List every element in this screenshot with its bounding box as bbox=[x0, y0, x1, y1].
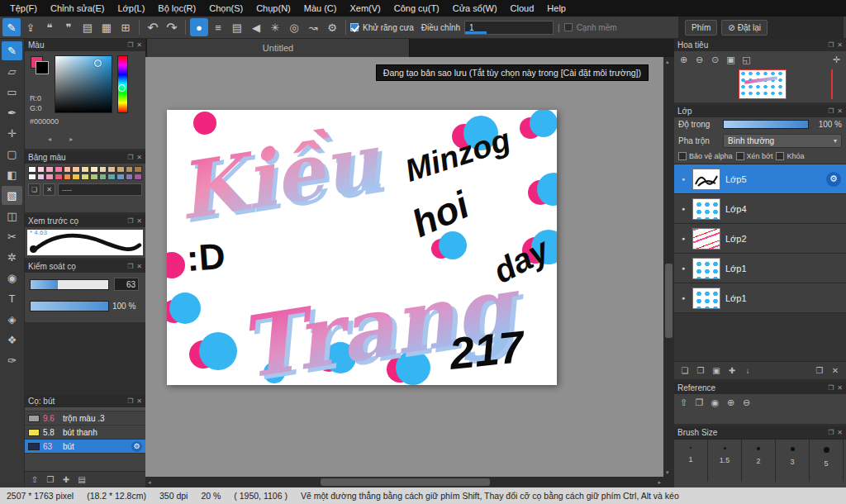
brush-curve-button[interactable]: ↝ bbox=[304, 18, 322, 36]
layer-settings-gear-icon[interactable]: ⚙ bbox=[826, 172, 841, 187]
horizontal-scrollbar[interactable]: ◂ ▸ bbox=[145, 477, 663, 487]
palette-swatch[interactable] bbox=[134, 166, 142, 173]
palette-swatch[interactable] bbox=[64, 166, 72, 173]
zoom-reset-icon[interactable]: ⊙ bbox=[708, 53, 722, 66]
soft-edge-checkbox[interactable] bbox=[564, 23, 573, 31]
pan-icon[interactable]: ✛ bbox=[829, 53, 844, 66]
close-icon[interactable]: ✕ bbox=[136, 41, 142, 49]
close-icon[interactable]: ✕ bbox=[136, 397, 142, 405]
palette-swatch[interactable] bbox=[72, 174, 80, 180]
palette-swatch[interactable] bbox=[126, 166, 134, 173]
brush-menu-icon[interactable]: ▤ bbox=[75, 473, 88, 487]
select-pen-tool[interactable]: ◫ bbox=[2, 207, 22, 226]
key-button[interactable]: Phím bbox=[685, 20, 717, 36]
vertical-scroll-thumb[interactable] bbox=[665, 264, 673, 338]
zoom-in-icon[interactable]: ⊕ bbox=[677, 53, 691, 66]
layer-visibility-icon[interactable]: ● bbox=[679, 265, 687, 271]
layer-visibility-icon[interactable]: ● bbox=[679, 206, 687, 212]
opacity-slider[interactable] bbox=[723, 120, 809, 129]
popout-icon[interactable]: ❐ bbox=[828, 384, 834, 392]
marquee-select-tool[interactable]: ▢ bbox=[2, 145, 22, 164]
document-icon[interactable]: ▤ bbox=[78, 18, 97, 36]
close-icon[interactable]: ✕ bbox=[837, 384, 843, 392]
rotate-view-icon[interactable]: ◱ bbox=[739, 53, 753, 66]
layer-visibility-icon[interactable]: ● bbox=[679, 176, 687, 182]
hand-tool[interactable]: ❖ bbox=[2, 330, 22, 349]
layer-menu-icon[interactable]: ❒ bbox=[813, 364, 826, 378]
scroll-up-icon[interactable]: ▴ bbox=[666, 59, 669, 64]
palette-swatch[interactable] bbox=[90, 166, 98, 173]
palette-swatch[interactable] bbox=[45, 174, 54, 180]
menu-file[interactable]: Tệp(F) bbox=[3, 2, 44, 15]
brush-item[interactable]: 5.8 bút thanh bbox=[25, 426, 145, 440]
canvas-viewport[interactable]: Kiều Kiều Trang Trang :D Minzog hoi day … bbox=[145, 57, 663, 477]
brush-size-option[interactable]: 1 bbox=[674, 440, 708, 482]
sv-picker-marker[interactable] bbox=[94, 59, 102, 67]
menu-capture[interactable]: Chụp(N) bbox=[250, 2, 297, 15]
undo-button[interactable]: ↶ bbox=[144, 18, 162, 36]
palette-swatch[interactable] bbox=[116, 166, 125, 173]
palette-swatch[interactable] bbox=[28, 174, 36, 180]
shape-tool[interactable]: ▭ bbox=[2, 83, 22, 102]
antialias-checkbox[interactable] bbox=[350, 23, 359, 31]
brush-scatter-button[interactable]: ✳ bbox=[266, 18, 284, 36]
popout-icon[interactable]: ❐ bbox=[127, 41, 133, 49]
palette-swatch[interactable] bbox=[72, 166, 80, 173]
layer-row[interactable]: ● Lớp2 bbox=[674, 224, 846, 254]
popout-icon[interactable]: ❐ bbox=[828, 41, 834, 49]
delete-palette-color-button[interactable]: ✕ bbox=[43, 183, 55, 196]
popout-icon[interactable]: ❐ bbox=[127, 397, 133, 405]
move-tool[interactable]: ✛ bbox=[2, 124, 22, 143]
layer-row[interactable]: ● Lớp1 bbox=[674, 254, 846, 283]
brush-item[interactable]: 9.6 trộn màu .3 bbox=[25, 411, 145, 426]
palette-swatch[interactable] bbox=[64, 174, 72, 180]
palette-swatch[interactable] bbox=[81, 174, 89, 180]
close-icon[interactable]: ✕ bbox=[136, 217, 142, 225]
palette-swatch[interactable] bbox=[99, 166, 107, 173]
saturation-value-picker[interactable] bbox=[55, 55, 112, 113]
menu-color[interactable]: Màu (C) bbox=[297, 2, 344, 15]
shape-brush-tool[interactable]: ◈ bbox=[2, 310, 22, 329]
palette-swatch[interactable] bbox=[45, 166, 54, 173]
comment-icon[interactable]: ❝ bbox=[40, 18, 59, 36]
pen-tool[interactable]: ✎ bbox=[2, 41, 22, 60]
reference-eye-icon[interactable]: ◉ bbox=[708, 396, 722, 409]
brush-ring-button[interactable]: ◎ bbox=[285, 18, 303, 36]
clipping-check[interactable]: Xén bớt bbox=[736, 152, 773, 160]
palette-swatch[interactable] bbox=[28, 166, 36, 173]
close-icon[interactable]: ✕ bbox=[837, 107, 843, 115]
bucket-fill-tool[interactable]: ◧ bbox=[2, 165, 22, 184]
new-layer-icon[interactable]: ❏ bbox=[678, 364, 692, 378]
pen-tool-button[interactable]: ✎ bbox=[2, 18, 21, 36]
color-history-arrows[interactable]: ◂ ▸ bbox=[48, 136, 81, 143]
brush-size-option[interactable]: 1.5 bbox=[708, 440, 742, 482]
protect-alpha-check[interactable]: Bảo vệ alpha bbox=[678, 152, 733, 160]
close-icon[interactable]: ✕ bbox=[136, 154, 142, 161]
palette-swatch[interactable] bbox=[126, 174, 134, 180]
add-brush-icon[interactable]: ✚ bbox=[59, 473, 73, 487]
palette-swatch[interactable] bbox=[55, 174, 63, 180]
add-layer-icon[interactable]: ✚ bbox=[725, 364, 739, 378]
brush-size-option[interactable]: 2 bbox=[742, 440, 776, 482]
palette-swatch[interactable] bbox=[107, 174, 116, 180]
palette-swatch[interactable] bbox=[55, 166, 63, 173]
chat-icon[interactable]: ❞ bbox=[59, 18, 78, 36]
brush-item-selected[interactable]: 63 bút ⚙ bbox=[25, 440, 145, 454]
menu-edit[interactable]: Chỉnh sửa(E) bbox=[44, 2, 111, 15]
menu-tools[interactable]: Công cụ(T) bbox=[387, 2, 446, 15]
layer-row-selected[interactable]: ● Lớp5 ⚙ bbox=[674, 164, 846, 194]
layer-row[interactable]: ● Lớp1 bbox=[674, 283, 846, 313]
line-tool[interactable]: ✒ bbox=[2, 103, 22, 122]
close-icon[interactable]: ✕ bbox=[837, 429, 843, 436]
new-palette-color-button[interactable]: ❏ bbox=[28, 183, 40, 196]
navigator-thumbnail[interactable] bbox=[739, 69, 787, 99]
horizontal-scroll-thumb[interactable] bbox=[321, 478, 490, 486]
brush-size-option[interactable]: 5 bbox=[810, 440, 844, 482]
reset-button[interactable]: ⊘ Đặt lại bbox=[721, 20, 768, 36]
document-tab[interactable]: Untitled bbox=[147, 39, 410, 57]
brush-opacity-slider[interactable] bbox=[30, 301, 109, 311]
popout-icon[interactable]: ❐ bbox=[127, 154, 133, 161]
foreground-color-swatch[interactable] bbox=[36, 61, 49, 74]
zoom-out-icon[interactable]: ⊖ bbox=[692, 53, 706, 66]
lasso-tool[interactable]: ✂ bbox=[2, 227, 22, 246]
